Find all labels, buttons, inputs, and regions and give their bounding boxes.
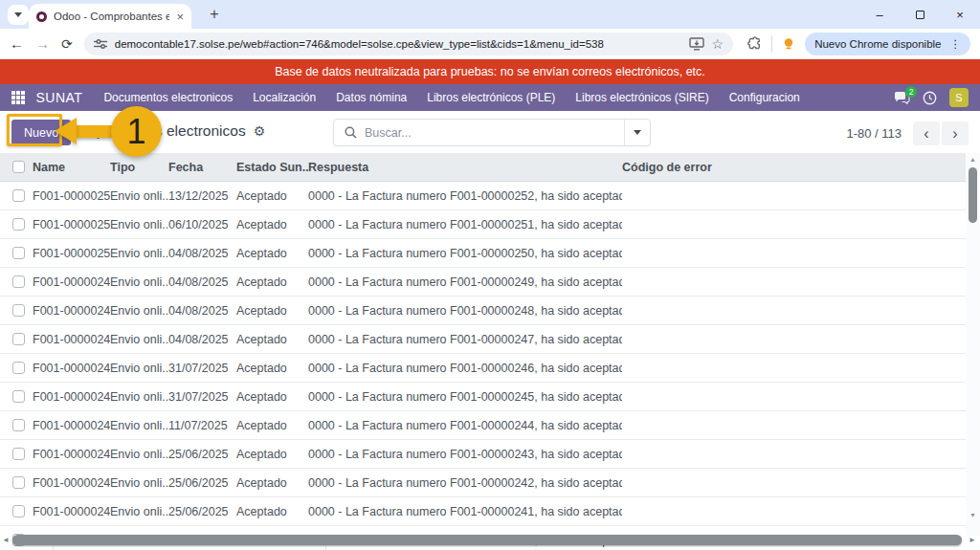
nav-item[interactable]: Libros electrónicos (PLE) [427,91,555,104]
column-header[interactable]: Tipo [110,161,168,174]
minimize-button[interactable]: – [859,0,900,29]
row-checkbox[interactable] [12,275,25,288]
cell-respuesta: 0000 - La Factura numero F001-00000252, … [308,189,622,203]
row-checkbox[interactable] [12,247,25,259]
clock-icon [923,91,937,105]
select-all-checkbox[interactable] [12,161,25,173]
row-checkbox[interactable] [12,448,25,460]
search-input[interactable]: Buscar... [333,119,651,146]
table-row[interactable]: F001-00000251Envio onli...06/10/2025Acep… [0,210,980,239]
nav-item[interactable]: Localización [253,91,316,104]
row-checkbox[interactable] [12,333,25,345]
cell-fecha: 06/10/2025 [168,218,236,231]
table-row[interactable]: F001-00000242Envio onli...25/06/2025Acep… [0,469,980,497]
page-title: Comprobantes electronicos [65,122,246,140]
user-avatar[interactable]: S [949,88,969,107]
bookmark-star-icon[interactable]: ☆ [712,36,724,52]
navbar-right: 2 S [894,88,969,107]
table-row[interactable]: F001-00000243Envio onli...25/06/2025Acep… [0,440,980,469]
table-row[interactable]: F001-00000246Envio onli...31/07/2025Acep… [0,354,980,383]
breadcrumb: Comprobantes electronicos ⚙ [65,122,265,140]
cell-respuesta: 0000 - La Factura numero F001-00000243, … [308,448,622,461]
cell-name: F001-00000247 [33,333,110,346]
scroll-down-icon[interactable]: ▼ [966,512,980,518]
row-checkbox[interactable] [12,476,25,489]
vertical-scroll-thumb[interactable] [969,167,977,223]
restore-button[interactable] [900,0,940,29]
browser-tab[interactable]: Odoo - Comprobantes electron × [29,4,191,29]
chrome-update-button[interactable]: Nuevo Chrome disponible ⋮ [805,33,970,55]
update-alert-icon[interactable] [782,37,795,51]
cell-fecha: 25/06/2025 [168,476,236,490]
row-checkbox[interactable] [12,419,25,431]
messages-button[interactable]: 2 [894,91,910,104]
column-header[interactable]: Fecha [168,161,236,174]
browser-tab-strip: Odoo - Comprobantes electron × + – × [0,0,980,29]
row-checkbox-cell [0,505,33,517]
table-row[interactable]: F001-00000241Envio onli...25/06/2025Acep… [0,497,980,526]
cell-tipo: Envio onli... [110,304,168,318]
gear-icon[interactable]: ⚙ [254,123,266,139]
site-settings-icon[interactable] [94,38,107,50]
row-checkbox[interactable] [12,218,25,231]
horizontal-scroll-thumb[interactable] [12,535,962,545]
cell-fecha: 31/07/2025 [168,390,236,404]
back-button[interactable]: ← [10,35,24,52]
column-header[interactable]: Código de error [622,161,980,174]
table-row[interactable]: F001-00000244Envio onli...11/07/2025Acep… [0,411,980,440]
table-row[interactable]: F001-00000245Envio onli...31/07/2025Acep… [0,383,980,411]
horizontal-scrollbar[interactable]: ◄ ► [0,534,980,547]
row-checkbox[interactable] [12,304,25,317]
table-row[interactable]: F001-00000252Envio onli...13/12/2025Acep… [0,182,980,210]
table-row[interactable]: F001-00000250Envio onli...04/08/2025Acep… [0,239,980,268]
scroll-up-icon[interactable]: ▲ [966,156,980,163]
window-controls: – × [859,0,980,29]
column-header[interactable]: Name [33,161,110,174]
tab-list-button[interactable] [8,5,29,25]
list-view: NameTipoFechaEstado Sun...RespuestaCódig… [0,153,980,550]
scroll-left-icon[interactable]: ◄ [2,536,10,544]
nav-item[interactable]: Libros electrónicos (SIRE) [575,91,708,104]
row-checkbox[interactable] [12,505,25,517]
cell-fecha: 11/07/2025 [168,419,236,432]
scroll-right-icon[interactable]: ► [969,536,976,544]
new-record-button[interactable]: Nuevo [11,120,71,145]
app-brand[interactable]: SUNAT [36,90,83,105]
address-bar[interactable]: democontable17.solse.pe/web#action=746&m… [84,33,733,55]
pager-previous-button[interactable]: ‹ [913,121,940,145]
row-checkbox-cell [0,419,33,431]
nav-item[interactable]: Datos nómina [336,91,407,104]
pager-next-button[interactable]: › [942,121,969,145]
search-dropdown-toggle[interactable] [624,120,650,145]
activities-button[interactable] [923,91,937,105]
nav-item[interactable]: Documentos electronicos [103,91,233,104]
table-row[interactable]: F001-00000247Envio onli...04/08/2025Acep… [0,325,980,354]
cell-tipo: Envio onli... [110,419,168,432]
cell-fecha: 04/08/2025 [168,275,236,289]
reload-button[interactable]: ⟳ [61,36,73,52]
table-body: F001-00000252Envio onli...13/12/2025Acep… [0,182,980,550]
row-checkbox[interactable] [12,390,25,403]
install-app-icon[interactable] [689,37,704,51]
table-row[interactable]: F001-00000249Envio onli...04/08/2025Acep… [0,268,980,297]
vertical-scrollbar[interactable]: ▲ ▼ [966,153,980,536]
kebab-menu-icon[interactable]: ⋮ [950,37,962,51]
cell-name: F001-00000243 [33,448,110,461]
row-checkbox[interactable] [12,189,25,202]
cell-name: F001-00000244 [33,419,110,432]
column-header[interactable]: Respuesta [308,161,622,174]
forward-button[interactable]: → [35,35,50,52]
tab-close-icon[interactable]: × [176,10,184,24]
row-checkbox[interactable] [12,362,25,374]
nav-item[interactable]: Configuracion [729,91,800,104]
apps-grid-icon[interactable] [11,91,25,104]
table-header-row: NameTipoFechaEstado Sun...RespuestaCódig… [0,153,980,182]
chevron-down-icon [634,130,641,135]
column-header[interactable]: Estado Sun... [236,161,308,174]
close-window-button[interactable]: × [940,0,980,29]
extensions-puzzle-icon[interactable] [746,36,762,52]
new-tab-button[interactable]: + [203,4,226,25]
row-checkbox-cell [0,476,33,489]
table-row[interactable]: F001-00000248Envio onli...04/08/2025Acep… [0,297,980,325]
cell-fecha: 04/08/2025 [168,247,236,260]
